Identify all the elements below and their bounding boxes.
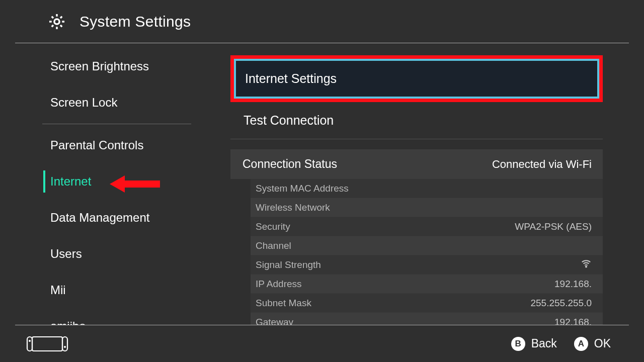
svg-point-7 <box>64 346 66 348</box>
sidebar-item-parental-controls[interactable]: Parental Controls <box>15 127 205 163</box>
detail-value: WPA2-PSK (AES) <box>515 221 592 232</box>
connection-detail-row: Subnet Mask255.255.255.0 <box>251 294 603 313</box>
connection-detail-row: Channel <box>251 236 603 255</box>
back-button[interactable]: B Back <box>511 337 557 351</box>
detail-value: 255.255.255.0 <box>530 298 592 309</box>
footer-bar: B Back A OK <box>15 325 629 362</box>
svg-rect-4 <box>27 337 32 351</box>
sidebar-item-data-management[interactable]: Data Management <box>15 200 205 236</box>
connection-status-label: Connection Status <box>243 157 337 171</box>
connection-status-header: Connection Status Connected via Wi-Fi <box>230 149 603 179</box>
svg-rect-5 <box>62 337 67 351</box>
settings-sidebar: Screen Brightness Screen Lock Parental C… <box>15 43 205 325</box>
page-title: System Settings <box>79 13 191 30</box>
detail-value <box>581 258 592 272</box>
connection-detail-row: SecurityWPA2-PSK (AES) <box>251 217 603 236</box>
detail-key: Channel <box>256 240 291 251</box>
detail-key: Signal Strength <box>256 259 321 270</box>
connection-detail-row: Gateway192.168. <box>251 313 603 325</box>
svg-point-1 <box>586 266 587 267</box>
detail-value: 192.168. <box>554 317 592 325</box>
connection-detail-row: System MAC Address <box>251 179 603 198</box>
back-button-label: Back <box>531 337 557 350</box>
sidebar-item-screen-lock[interactable]: Screen Lock <box>15 84 205 121</box>
sidebar-item-amiibo[interactable]: amiibo <box>15 308 205 325</box>
sidebar-item-internet[interactable]: Internet <box>15 163 205 200</box>
wifi-icon <box>581 260 592 271</box>
sidebar-item-users[interactable]: Users <box>15 236 205 272</box>
detail-value: 192.168. <box>554 279 592 290</box>
header: System Settings <box>15 0 629 43</box>
detail-key: Gateway <box>256 317 293 325</box>
svg-point-0 <box>54 19 59 24</box>
option-internet-settings[interactable]: Internet Settings <box>234 59 599 99</box>
b-button-icon: B <box>511 337 525 351</box>
sidebar-item-mii[interactable]: Mii <box>15 272 205 308</box>
connection-detail-row: Wireless Network <box>251 198 603 217</box>
option-test-connection[interactable]: Test Connection <box>230 102 603 139</box>
ok-button-label: OK <box>594 337 611 350</box>
controller-icon <box>26 335 68 352</box>
svg-rect-3 <box>32 337 62 351</box>
option-internet-settings-highlight: Internet Settings <box>230 55 603 102</box>
sidebar-divider <box>42 124 191 124</box>
svg-point-6 <box>29 340 31 342</box>
ok-button[interactable]: A OK <box>574 337 611 351</box>
settings-detail-panel: Internet Settings Test Connection Connec… <box>205 43 629 325</box>
detail-key: IP Address <box>256 279 302 290</box>
connection-detail-row: IP Address192.168. <box>251 275 603 294</box>
connection-status-value: Connected via Wi-Fi <box>492 158 592 171</box>
connection-details-table: System MAC AddressWireless NetworkSecuri… <box>251 179 603 325</box>
a-button-icon: A <box>574 337 588 351</box>
detail-key: Security <box>256 221 290 232</box>
detail-key: Subnet Mask <box>256 298 311 309</box>
detail-key: System MAC Address <box>256 183 349 194</box>
detail-key: Wireless Network <box>256 202 330 213</box>
sidebar-item-screen-brightness[interactable]: Screen Brightness <box>15 48 205 84</box>
gear-icon <box>47 12 66 31</box>
connection-detail-row: Signal Strength <box>251 255 603 275</box>
